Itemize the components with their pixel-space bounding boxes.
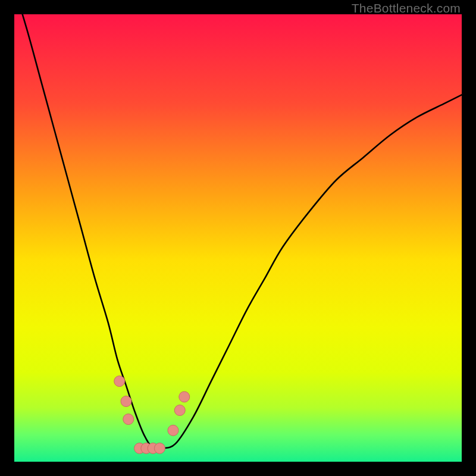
data-marker xyxy=(174,405,185,416)
data-marker xyxy=(168,425,178,436)
chart-overlay xyxy=(14,14,462,462)
data-marker xyxy=(121,396,131,406)
bottleneck-curve xyxy=(14,14,462,449)
data-marker xyxy=(114,376,125,387)
data-marker xyxy=(179,392,190,402)
data-marker xyxy=(123,414,134,425)
data-markers xyxy=(114,376,190,454)
data-marker xyxy=(154,443,165,453)
watermark-text: TheBottleneck.com xyxy=(352,1,461,15)
plot-area xyxy=(14,14,462,462)
